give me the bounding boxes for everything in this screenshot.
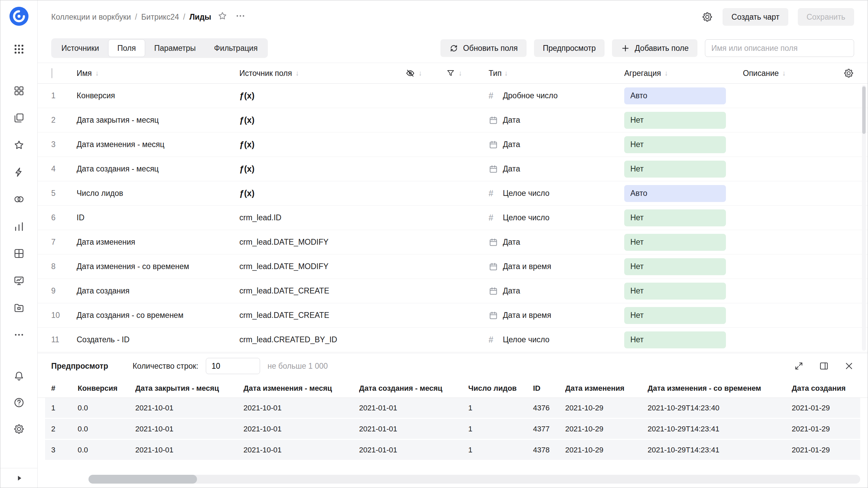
nav-connections-icon[interactable] bbox=[13, 166, 25, 178]
dataset-tab[interactable]: Фильтрация bbox=[205, 39, 267, 57]
nav-storage-icon[interactable] bbox=[13, 302, 25, 313]
horizontal-scrollbar[interactable] bbox=[88, 475, 860, 484]
field-type-icon[interactable]: # bbox=[489, 286, 500, 296]
aggregation-select[interactable]: Нет bbox=[624, 136, 726, 153]
field-type-icon[interactable]: # bbox=[489, 335, 500, 345]
nav-datasets-icon[interactable] bbox=[13, 194, 25, 205]
dataset-settings-gear-icon[interactable] bbox=[702, 11, 713, 23]
field-type-icon[interactable]: # bbox=[489, 116, 500, 125]
dataset-tab[interactable]: Параметры bbox=[145, 39, 205, 57]
column-header-hidden[interactable]: ↓ bbox=[406, 68, 446, 78]
field-type-icon[interactable]: # bbox=[489, 91, 500, 101]
field-type-icon[interactable]: # bbox=[489, 164, 500, 174]
field-type-icon[interactable]: # bbox=[489, 140, 500, 149]
preview-button[interactable]: Предпросмотр bbox=[534, 39, 605, 57]
column-header-source[interactable]: Источник поля↓ bbox=[239, 69, 406, 78]
select-all-checkbox[interactable] bbox=[51, 68, 53, 78]
field-row[interactable]: 11 Создатель - ID ƒ(x) crm_lead.CREATED_… bbox=[38, 328, 868, 352]
field-row[interactable]: 3 Дата изменения - месяц ƒ(x) # bbox=[38, 133, 868, 157]
field-type-icon[interactable]: # bbox=[489, 238, 500, 247]
aggregation-select[interactable]: Нет bbox=[624, 161, 726, 178]
preview-cell: 2021-01-01 bbox=[359, 446, 468, 454]
dataset-tab[interactable]: Источники bbox=[52, 39, 108, 57]
aggregation-select[interactable]: Нет bbox=[624, 283, 726, 300]
aggregation-select[interactable]: Нет bbox=[624, 258, 726, 275]
column-header-aggregation[interactable]: Агрегация↓ bbox=[624, 69, 743, 78]
dock-preview-icon[interactable] bbox=[819, 361, 829, 371]
field-row[interactable]: 7 Дата изменения ƒ(x) crm_lead.DATE_MODI… bbox=[38, 230, 868, 255]
formula-icon[interactable]: ƒ(x) bbox=[239, 164, 254, 174]
nav-charts-icon[interactable] bbox=[13, 221, 25, 232]
vertical-scrollbar[interactable] bbox=[862, 85, 866, 351]
settings-gear-icon[interactable] bbox=[13, 423, 25, 435]
aggregation-select[interactable]: Авто bbox=[624, 87, 726, 104]
help-icon[interactable] bbox=[13, 397, 25, 408]
breadcrumb-collections[interactable]: Коллекции и воркбуки bbox=[51, 13, 131, 22]
add-field-button[interactable]: Добавить поле bbox=[612, 39, 697, 57]
refresh-fields-button[interactable]: Обновить поля bbox=[440, 39, 527, 57]
fields-table-header: Имя↓ Источник поля↓ ↓ ↓ Тип↓ Агрегация↓ … bbox=[38, 63, 868, 84]
rows-count-input[interactable] bbox=[206, 358, 260, 374]
field-row[interactable]: 4 Дата создания - месяц ƒ(x) # bbox=[38, 157, 868, 181]
notifications-bell-icon[interactable] bbox=[13, 370, 25, 382]
sort-down-icon: ↓ bbox=[418, 69, 422, 77]
sidebar-expand-button[interactable] bbox=[0, 468, 37, 488]
formula-icon[interactable]: ƒ(x) bbox=[239, 91, 254, 101]
column-header-filter[interactable]: ↓ bbox=[446, 69, 489, 78]
breadcrumb-workbook[interactable]: Битрикс24 bbox=[141, 13, 179, 22]
field-type-icon[interactable]: # bbox=[489, 188, 500, 198]
formula-icon[interactable]: ƒ(x) bbox=[239, 188, 254, 198]
nav-favorites-icon[interactable] bbox=[13, 139, 25, 151]
field-row[interactable]: 5 Число лидов ƒ(x) # bbox=[38, 181, 868, 206]
column-header-name[interactable]: Имя↓ bbox=[77, 69, 239, 78]
field-row[interactable]: 1 Конверсия ƒ(x) # bbox=[38, 84, 868, 108]
create-chart-button[interactable]: Создать чарт bbox=[723, 8, 788, 26]
aggregation-select[interactable]: Нет bbox=[624, 307, 726, 324]
horizontal-scrollbar-thumb[interactable] bbox=[88, 475, 197, 484]
preview-cell: 2 bbox=[51, 425, 78, 433]
field-type-label: Дата bbox=[503, 140, 520, 149]
aggregation-select[interactable]: Нет bbox=[624, 331, 726, 348]
save-button[interactable]: Сохранить bbox=[798, 8, 854, 26]
more-actions-icon[interactable] bbox=[235, 11, 246, 23]
column-header-type[interactable]: Тип↓ bbox=[489, 69, 624, 78]
field-row[interactable]: 8 Дата изменения - со временем ƒ(x) crm_… bbox=[38, 255, 868, 279]
field-type-label: Дата bbox=[503, 238, 520, 247]
row-number: 3 bbox=[51, 140, 77, 149]
formula-icon[interactable]: ƒ(x) bbox=[239, 140, 254, 149]
field-source: crm_lead.ID bbox=[239, 213, 281, 222]
aggregation-select[interactable]: Авто bbox=[624, 185, 726, 202]
field-row[interactable]: 6 ID ƒ(x) crm_lead.ID # bbox=[38, 206, 868, 230]
nav-dashboards-icon[interactable] bbox=[13, 248, 25, 259]
table-settings-gear-icon[interactable] bbox=[843, 68, 854, 79]
field-name: Дата создания - месяц bbox=[77, 164, 239, 174]
field-row[interactable]: 9 Дата создания ƒ(x) crm_lead.DATE_CREAT… bbox=[38, 279, 868, 303]
apps-grid-icon[interactable] bbox=[13, 43, 25, 55]
column-header-description[interactable]: Описание↓ bbox=[743, 69, 827, 78]
datalens-logo[interactable] bbox=[9, 6, 29, 28]
close-preview-icon[interactable] bbox=[844, 361, 854, 371]
field-source: crm_lead.DATE_MODIFY bbox=[239, 238, 329, 247]
preview-cell: 4377 bbox=[533, 425, 565, 433]
field-row[interactable]: 2 Дата закрытия - месяц ƒ(x) # bbox=[38, 108, 868, 133]
field-search-input[interactable] bbox=[705, 39, 854, 57]
field-type-icon[interactable]: # bbox=[489, 213, 500, 223]
nav-collections-icon[interactable] bbox=[13, 85, 25, 97]
preview-row: 1 0.0 2021-10-01 2021-10-01 2021-01-01 1… bbox=[45, 398, 860, 419]
aggregation-select[interactable]: Нет bbox=[624, 234, 726, 251]
nav-more-icon[interactable] bbox=[13, 329, 25, 341]
dataset-tab[interactable]: Поля bbox=[108, 39, 145, 57]
nav-editor-icon[interactable] bbox=[13, 275, 25, 286]
field-type-icon[interactable]: # bbox=[489, 311, 500, 320]
expand-preview-icon[interactable] bbox=[794, 361, 804, 371]
aggregation-select[interactable]: Нет bbox=[624, 112, 726, 129]
vertical-scrollbar-thumb[interactable] bbox=[862, 86, 866, 134]
field-row[interactable]: 10 Дата создания - со временем ƒ(x) crm_… bbox=[38, 303, 868, 328]
preview-cell: 2021-10-29 bbox=[565, 425, 648, 433]
rows-limit-hint: не больше 1 000 bbox=[268, 362, 328, 371]
aggregation-select[interactable]: Нет bbox=[624, 209, 726, 226]
field-type-icon[interactable]: # bbox=[489, 262, 500, 271]
formula-icon[interactable]: ƒ(x) bbox=[239, 115, 254, 125]
nav-workbooks-icon[interactable] bbox=[13, 112, 25, 124]
favorite-star-icon[interactable] bbox=[217, 11, 228, 23]
